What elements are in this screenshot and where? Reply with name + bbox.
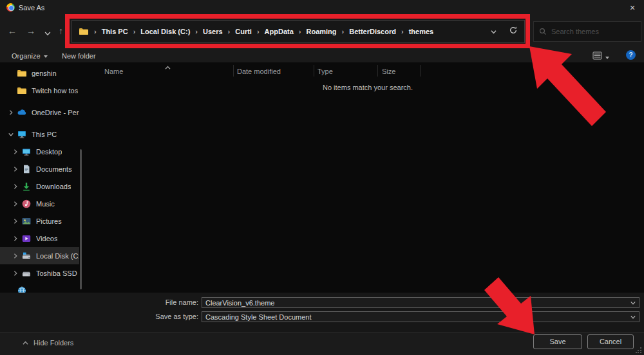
breadcrumb-segment[interactable]: Roaming: [305, 28, 337, 35]
chevron-right-icon[interactable]: [12, 183, 21, 190]
hide-folders-button[interactable]: Hide Folders: [22, 339, 73, 347]
sidebar-item-label: This PC: [32, 131, 57, 138]
new-folder-button[interactable]: New folder: [62, 51, 96, 61]
chevron-right-icon[interactable]: [12, 253, 21, 259]
chevron-down-icon[interactable]: [630, 311, 636, 323]
chevron-down-icon[interactable]: [630, 297, 636, 309]
search-box[interactable]: [533, 21, 641, 42]
chevron-right-icon[interactable]: [12, 218, 21, 224]
drive-os-icon: [21, 251, 32, 261]
column-divider[interactable]: [233, 65, 234, 77]
sidebar-item-music[interactable]: Music: [0, 195, 79, 212]
download-icon: [21, 181, 32, 192]
sidebar-item-label: Pictures: [36, 217, 62, 225]
save-as-dialog: Save As × ← → ↑ ›This PC›Local Disk (C:)…: [0, 0, 644, 355]
breadcrumb-segment[interactable]: Users: [202, 28, 224, 35]
pc-icon: [17, 129, 27, 140]
sidebar-item-local-disk-c[interactable]: Local Disk (C:): [0, 247, 79, 264]
search-input[interactable]: [551, 28, 629, 35]
column-divider[interactable]: [420, 65, 421, 77]
sidebar-item-toshiba-ssd-d[interactable]: Toshiba SSD (D:: [0, 264, 79, 282]
sidebar-item-item[interactable]: [0, 282, 79, 293]
column-divider[interactable]: [314, 65, 314, 77]
chevron-right-icon[interactable]: [8, 109, 17, 116]
sidebar-item-downloads[interactable]: Downloads: [0, 178, 79, 195]
close-icon[interactable]: ×: [625, 1, 640, 14]
column-header-size[interactable]: Size: [382, 68, 395, 75]
breadcrumb-segment[interactable]: This PC: [100, 28, 129, 35]
sidebar-item-desktop[interactable]: Desktop: [0, 143, 79, 160]
chevron-right-icon[interactable]: [12, 166, 21, 172]
network-icon: [17, 286, 27, 293]
videos-icon: [21, 233, 32, 244]
content-area: genshinTwitch how tosOneDrive - PersoThi…: [0, 62, 644, 293]
address-bar[interactable]: ›This PC›Local Disk (C:)›Users›Curti›App…: [71, 20, 525, 43]
titlebar: Save As ×: [0, 0, 644, 15]
file-name-combobox[interactable]: [202, 297, 639, 308]
chevron-down-icon[interactable]: [8, 131, 17, 138]
sidebar-item-label: Documents: [36, 165, 72, 173]
breadcrumb-separator: ›: [129, 28, 140, 35]
save-as-type-select[interactable]: Cascading Style Sheet Document: [202, 311, 639, 322]
sidebar-scrollbar[interactable]: [80, 149, 82, 289]
breadcrumb-separator: ›: [397, 28, 408, 35]
chevron-right-icon[interactable]: [12, 235, 21, 242]
sidebar-item-videos[interactable]: Videos: [0, 230, 79, 247]
file-list-header: Name Date modified Type Size No items ma…: [87, 62, 644, 82]
breadcrumb-segment[interactable]: Curti: [234, 28, 253, 35]
chevron-right-icon[interactable]: [12, 149, 21, 155]
sidebar-item-pictures[interactable]: Pictures: [0, 212, 79, 230]
organize-button[interactable]: Organize: [12, 51, 48, 61]
sidebar-item-this-pc[interactable]: This PC: [0, 125, 79, 143]
filename-panel: File name: Save as type: Cascading Style…: [0, 293, 644, 332]
sidebar-item-label: OneDrive - Perso: [32, 109, 79, 116]
breadcrumb-segment[interactable]: Local Disk (C:): [139, 28, 191, 35]
forward-icon[interactable]: →: [26, 24, 35, 37]
help-icon[interactable]: ?: [626, 50, 636, 60]
breadcrumb-separator: ›: [191, 28, 202, 35]
folder-icon: [79, 26, 89, 37]
sidebar-item-twitch-how-tos[interactable]: Twitch how tos: [0, 82, 79, 99]
chevron-up-icon: [22, 340, 29, 347]
view-options-button[interactable]: [592, 51, 609, 62]
up-icon[interactable]: ↑: [59, 24, 63, 37]
sidebar-item-documents[interactable]: Documents: [0, 160, 79, 178]
folder-icon: [17, 86, 27, 96]
window-title: Save As: [19, 4, 44, 12]
sidebar-item-genshin[interactable]: genshin: [0, 64, 79, 82]
chevron-right-icon[interactable]: [12, 201, 21, 207]
column-header-type[interactable]: Type: [317, 68, 333, 75]
breadcrumb-segment[interactable]: themes: [408, 28, 435, 35]
recent-locations-icon[interactable]: [44, 26, 52, 39]
cancel-button[interactable]: Cancel: [587, 334, 634, 349]
chevron-down-icon: [44, 55, 48, 58]
column-divider[interactable]: [377, 65, 378, 77]
back-icon[interactable]: ←: [8, 24, 17, 37]
sidebar-item-label: Downloads: [36, 183, 71, 190]
breadcrumb-separator: ›: [295, 28, 305, 35]
save-button[interactable]: Save: [533, 334, 582, 349]
breadcrumb-separator: ›: [253, 28, 263, 35]
column-header-date-modified[interactable]: Date modified: [237, 68, 281, 75]
sidebar-item-label: Toshiba SSD (D:: [36, 269, 79, 277]
refresh-icon[interactable]: [509, 26, 518, 37]
address-dropdown-icon[interactable]: [490, 26, 497, 37]
breadcrumb-separator: ›: [338, 28, 348, 35]
column-header-name[interactable]: Name: [104, 68, 123, 75]
save-as-type-value: Cascading Style Sheet Document: [202, 313, 630, 321]
breadcrumb: ›This PC›Local Disk (C:)›Users›Curti›App…: [90, 28, 435, 35]
list-view-icon: [592, 51, 602, 60]
sidebar-item-label: Desktop: [36, 148, 62, 156]
breadcrumb-separator: ›: [224, 28, 234, 35]
sort-ascending-icon: [164, 62, 171, 74]
chevron-right-icon[interactable]: [12, 270, 21, 277]
save-as-type-label: Save as type:: [115, 313, 198, 320]
resize-grip[interactable]: [636, 347, 642, 353]
breadcrumb-segment[interactable]: BetterDiscord: [348, 28, 397, 35]
breadcrumb-segment[interactable]: AppData: [263, 28, 295, 35]
chrome-app-icon: [6, 3, 15, 12]
file-name-input[interactable]: [202, 299, 630, 307]
drive-icon: [21, 268, 32, 278]
sidebar-item-onedrive-perso[interactable]: OneDrive - Perso: [0, 104, 79, 121]
chevron-down-icon: [605, 57, 609, 59]
